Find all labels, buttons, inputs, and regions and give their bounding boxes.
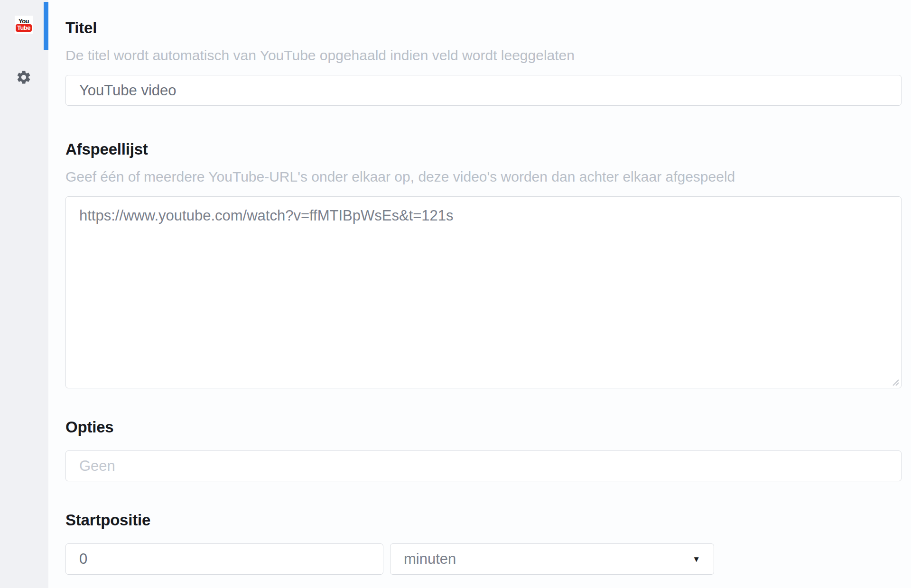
titel-input[interactable] [65,75,902,106]
afspeellijst-hint: Geef één of meerdere YouTube-URL's onder… [65,168,735,186]
component-sidebar: You Tube [0,0,48,588]
chevron-down-icon: ▼ [692,555,700,563]
titel-hint: De titel wordt automatisch van YouTube o… [65,46,575,64]
afspeellijst-label: Afspeellijst [65,139,148,159]
youtube-logo-tube: Tube [16,24,32,32]
gear-icon [16,69,32,85]
afspeellijst-textarea[interactable]: https://www.youtube.com/watch?v=ffMTIBpW… [65,196,902,388]
youtube-app-icon[interactable]: You Tube [15,16,33,34]
active-item-indicator [44,2,48,50]
startpositie-value-input[interactable] [65,543,383,575]
opties-label: Opties [65,417,114,437]
titel-label: Titel [65,18,97,38]
startpositie-unit-select[interactable]: minuten ▼ [390,543,714,575]
form-panel: Titel De titel wordt automatisch van You… [48,0,911,588]
afspeellijst-textarea-wrapper: https://www.youtube.com/watch?v=ffMTIBpW… [65,196,902,388]
selected-unit-value: minuten [404,551,456,568]
youtube-logo-you: You [19,18,29,24]
startpositie-label: Startpositie [65,510,150,530]
page: You Tube Titel De titel wordt automatisc… [0,0,911,588]
opties-input[interactable] [65,450,902,481]
settings-gear-icon[interactable] [16,69,32,85]
